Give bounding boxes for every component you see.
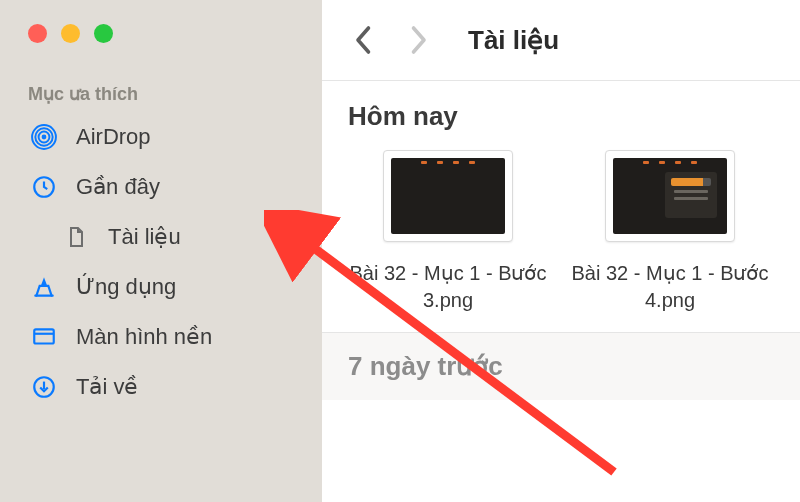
location-title: Tài liệu <box>468 25 559 56</box>
sidebar-item-recents[interactable]: Gần đây <box>20 165 304 209</box>
svg-point-0 <box>42 135 47 140</box>
window-controls <box>28 24 304 43</box>
file-name: Bài 32 - Mục 1 - Bước 4.png <box>570 260 770 314</box>
file-thumbnail <box>613 158 727 234</box>
nav-forward-button[interactable] <box>396 18 440 62</box>
file-grid: Bài 32 - Mục 1 - Bước 3.png Bài 32 - Mục… <box>322 150 800 332</box>
sidebar-section-favorites: Mục ưa thích <box>28 83 304 105</box>
sidebar-item-label: Gần đây <box>76 174 160 200</box>
sidebar-item-desktop[interactable]: Màn hình nền <box>20 315 304 359</box>
minimize-window-button[interactable] <box>61 24 80 43</box>
sidebar-item-applications[interactable]: Ứng dụng <box>20 265 304 309</box>
group-header-today: Hôm nay <box>322 81 800 150</box>
sidebar-item-label: Tài liệu <box>108 224 181 250</box>
file-thumbnail <box>391 158 505 234</box>
group-header-week: 7 ngày trước <box>322 333 800 400</box>
sidebar-item-airdrop[interactable]: AirDrop <box>20 115 304 159</box>
file-thumbnail-frame <box>383 150 513 242</box>
toolbar: Tài liệu <box>322 0 800 80</box>
applications-icon <box>30 273 58 301</box>
sidebar-item-downloads[interactable]: Tải về <box>20 365 304 409</box>
download-icon <box>30 373 58 401</box>
main-content: Tài liệu Hôm nay Bài 32 - Mục 1 - Bước 3… <box>322 0 800 502</box>
sidebar-item-label: Tải về <box>76 374 138 400</box>
clock-icon <box>30 173 58 201</box>
airdrop-icon <box>30 123 58 151</box>
finder-window: Mục ưa thích AirDrop Gần đây <box>0 0 800 502</box>
file-item[interactable]: Bài 32 - Mục 1 - Bước 3.png <box>348 150 548 314</box>
sidebar-item-documents[interactable]: Tài liệu <box>20 215 304 259</box>
file-item[interactable]: Bài 32 - Mục 1 - Bước 4.png <box>570 150 770 314</box>
sidebar-item-label: AirDrop <box>76 124 151 150</box>
document-icon <box>62 223 90 251</box>
file-name: Bài 32 - Mục 1 - Bước 3.png <box>348 260 548 314</box>
fullscreen-window-button[interactable] <box>94 24 113 43</box>
sidebar: Mục ưa thích AirDrop Gần đây <box>0 0 322 502</box>
close-window-button[interactable] <box>28 24 47 43</box>
nav-back-button[interactable] <box>342 18 386 62</box>
file-thumbnail-frame <box>605 150 735 242</box>
desktop-icon <box>30 323 58 351</box>
svg-rect-5 <box>34 329 54 343</box>
sidebar-item-label: Ứng dụng <box>76 274 176 300</box>
sidebar-item-label: Màn hình nền <box>76 324 212 350</box>
